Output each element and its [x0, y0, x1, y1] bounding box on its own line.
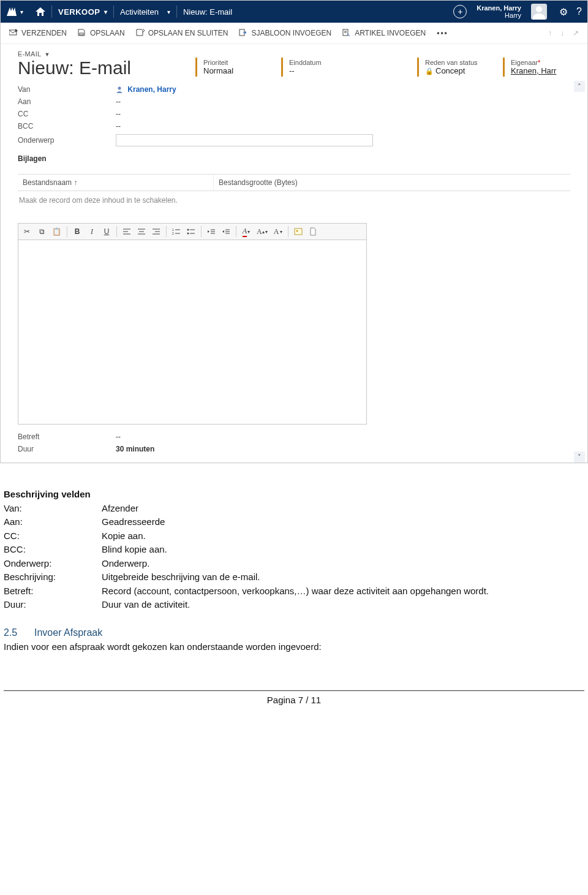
save-icon	[78, 29, 86, 37]
svg-point-6	[118, 87, 121, 90]
popout-icon[interactable]: ↗	[573, 29, 579, 37]
lock-icon: 🔒	[425, 67, 434, 75]
nav-activities-label: Activiteiten	[120, 7, 159, 17]
page-title: Nieuw: E-mail	[18, 58, 177, 78]
user-info[interactable]: Kranen, Harry Harry	[473, 4, 525, 19]
align-center-icon[interactable]	[135, 225, 148, 238]
svg-rect-30	[295, 228, 302, 235]
header-status[interactable]: Reden van status 🔒Concept	[417, 58, 484, 77]
duur-value[interactable]: 30 minuten	[116, 445, 154, 453]
italic-button[interactable]: I	[86, 225, 98, 238]
insert-attachment-icon[interactable]	[307, 225, 319, 238]
doc-row-beschrijving: Beschrijving:Uitgebreide beschrijving va…	[4, 570, 584, 584]
user-name: Kranen, Harry	[477, 4, 521, 12]
paste-icon[interactable]: 📋	[50, 225, 63, 238]
font-color-icon[interactable]: A▾	[240, 225, 252, 238]
font-size-icon[interactable]: A▴▾	[255, 225, 270, 238]
copy-icon[interactable]: ⧉	[36, 225, 48, 238]
cc-label: CC	[18, 110, 116, 118]
doc-row-duur: Duur:Duur van de activiteit.	[4, 598, 584, 612]
scrollbar-up-icon[interactable]: ˄	[574, 81, 585, 92]
doc-row-cc: CC:Kopie aan.	[4, 529, 584, 543]
rich-text-editor: ✂ ⧉ 📋 B I U 12	[18, 223, 367, 425]
add-record-icon[interactable]: +	[447, 1, 473, 23]
col-filesize[interactable]: Bestandsgrootte (Bytes)	[214, 175, 303, 191]
cut-icon[interactable]: ✂	[21, 225, 33, 238]
header-owner[interactable]: Eigenaar* Kranen, Harr	[503, 58, 570, 77]
status-value: Concept	[435, 66, 465, 75]
cc-value[interactable]: --	[116, 110, 121, 118]
sort-asc-icon: ↑	[74, 178, 77, 187]
entity-label[interactable]: E-MAIL ▼	[18, 50, 570, 58]
scroll-down-icon[interactable]: ↓	[560, 29, 564, 37]
gear-icon[interactable]: ⚙	[553, 1, 570, 23]
status-label: Reden van status	[425, 59, 478, 66]
save-button[interactable]: OPSLAAN	[78, 29, 125, 37]
user-short-name: Harry	[477, 12, 521, 19]
list-ordered-icon[interactable]: 12	[170, 225, 183, 238]
fields-description-heading: Beschrijving velden	[4, 488, 584, 502]
nav-sales[interactable]: VERKOOP▾	[52, 1, 113, 23]
subject-input[interactable]	[116, 134, 373, 146]
col-filename[interactable]: Bestandsnaam ↑	[18, 175, 214, 191]
field-duur: Duur 30 minuten	[18, 443, 570, 455]
van-value[interactable]: Kranen, Harry	[116, 85, 176, 94]
align-right-icon[interactable]	[150, 225, 162, 238]
send-button[interactable]: VERZENDEN	[9, 29, 67, 37]
align-left-icon[interactable]	[121, 225, 133, 238]
owner-label: Eigenaar	[511, 59, 538, 66]
betreft-value[interactable]: --	[116, 432, 121, 441]
rte-toolbar: ✂ ⧉ 📋 B I U 12	[18, 224, 366, 240]
list-bullet-icon[interactable]	[185, 225, 197, 238]
indent-decrease-icon[interactable]	[205, 225, 217, 238]
scrollbar-down-icon[interactable]: ˅	[574, 451, 585, 463]
record-header: E-MAIL ▼ Nieuw: E-mail Prioriteit Normaa…	[1, 44, 587, 81]
bcc-value[interactable]: --	[116, 122, 121, 130]
attachments-label: Bijlagen	[18, 154, 570, 163]
priority-label: Prioriteit	[203, 59, 257, 66]
help-icon[interactable]: ?	[570, 1, 587, 23]
bold-button[interactable]: B	[71, 225, 83, 238]
page-footer: Pagina 7 / 11	[4, 690, 584, 708]
avatar-icon[interactable]	[525, 1, 553, 23]
doc-row-van: Van:Afzender	[4, 502, 584, 516]
insert-template-button[interactable]: SJABLOON INVOEGEN	[239, 29, 331, 37]
nav-breadcrumb-label: Nieuw: E-mail	[183, 7, 232, 17]
owner-value: Kranen, Harr	[511, 66, 564, 75]
section-text: Indien voor een afspraak wordt gekozen k…	[4, 640, 584, 654]
svg-text:2: 2	[172, 232, 174, 235]
insert-template-label: SJABLOON INVOEGEN	[251, 29, 331, 37]
betreft-label: Betreft	[18, 432, 116, 441]
nav-activities[interactable]: Activiteiten ▾	[114, 1, 176, 23]
duur-label: Duur	[18, 445, 116, 453]
save-close-button[interactable]: OPSLAAN EN SLUITEN	[136, 29, 228, 37]
field-subject: Onderwerp	[18, 132, 570, 148]
nav-breadcrumb[interactable]: Nieuw: E-mail	[177, 1, 238, 23]
aan-label: Aan	[18, 97, 116, 106]
font-family-icon[interactable]: A▾	[272, 225, 284, 238]
insert-image-icon[interactable]	[292, 225, 304, 238]
nav-sales-label: VERKOOP	[58, 7, 100, 17]
save-close-label: OPSLAAN EN SLUITEN	[148, 29, 228, 37]
home-icon[interactable]	[29, 1, 51, 23]
document-text: Beschrijving velden Van:Afzender Aan:Gea…	[0, 475, 588, 726]
header-enddate[interactable]: Einddatum --	[281, 58, 349, 77]
priority-value: Normaal	[203, 66, 257, 75]
logo-dynamics-icon[interactable]: ▾	[1, 1, 29, 23]
rte-textarea[interactable]	[18, 240, 366, 424]
aan-value[interactable]: --	[116, 97, 121, 106]
field-betreft: Betreft --	[18, 431, 570, 443]
more-commands-icon[interactable]: •••	[437, 29, 448, 37]
underline-button[interactable]: U	[100, 225, 113, 238]
indent-increase-icon[interactable]	[220, 225, 232, 238]
header-priority[interactable]: Prioriteit Normaal	[195, 58, 263, 77]
doc-row-aan: Aan:Geadresseerde	[4, 515, 584, 529]
scroll-up-icon[interactable]: ↑	[548, 29, 552, 37]
field-van: Van Kranen, Harry	[18, 83, 570, 96]
doc-row-betreft: Betreft:Record (account, contactpersoon,…	[4, 584, 584, 599]
insert-article-button[interactable]: ARTIKEL INVOEGEN	[342, 29, 426, 37]
insert-article-label: ARTIKEL INVOEGEN	[355, 29, 426, 37]
attachments-placeholder: Maak de record om deze inhoud in te scha…	[18, 191, 570, 217]
send-label: VERZENDEN	[21, 29, 67, 37]
attachments-header: Bestandsnaam ↑ Bestandsgrootte (Bytes)	[18, 174, 570, 191]
